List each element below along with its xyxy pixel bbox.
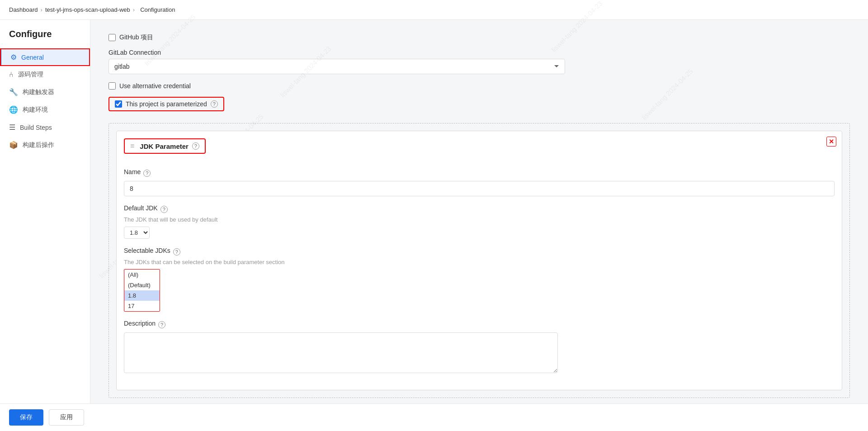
build-steps-icon: ☰	[9, 123, 15, 132]
sidebar-label-triggers: 构建触发器	[23, 88, 54, 96]
bottom-bar: 保存 应用	[0, 403, 868, 431]
jdk-option-18[interactable]: 1.8	[124, 290, 160, 301]
jdk-param-close-button[interactable]: ✕	[826, 137, 836, 147]
description-label: Description	[124, 320, 156, 327]
sidebar-label-post-build: 构建后操作	[23, 141, 54, 149]
sidebar-item-build-steps[interactable]: ☰ Build Steps	[0, 118, 90, 136]
parameterized-section: ≡ JDK Parameter ? ✕ Name ?	[108, 123, 850, 398]
post-build-icon: 📦	[9, 141, 18, 149]
gitlab-connection-group: GitLab Connection gitlab	[108, 49, 850, 74]
breadcrumb: Dashboard › test-yl-jms-ops-scan-upload-…	[0, 0, 868, 20]
main-layout: Configure ⚙ General ⑃ 源码管理 🔧 构建触发器 🌐 构建环…	[0, 20, 868, 431]
description-help-icon[interactable]: ?	[158, 321, 165, 328]
selectable-jdks-label: Selectable JDKs	[124, 247, 170, 254]
selectable-jdks-listbox: (All) (Default) 1.8 17	[124, 269, 160, 312]
sidebar-label-build-steps: Build Steps	[20, 124, 52, 131]
selectable-jdks-group: Selectable JDKs ? The JDKs that can be s…	[124, 247, 835, 312]
default-jdk-select[interactable]: 1.8 17	[124, 227, 150, 239]
name-help-icon[interactable]: ?	[143, 170, 151, 177]
github-checkbox[interactable]	[108, 34, 116, 41]
breadcrumb-sep-2: ›	[133, 6, 135, 13]
default-jdk-label-row: Default JDK ?	[124, 204, 835, 214]
selectable-jdks-hint: The JDKs that can be selected on the bui…	[124, 259, 835, 265]
sidebar-label-env: 构建环境	[23, 106, 48, 114]
name-field-label: Name	[124, 168, 141, 175]
alt-credential-label[interactable]: Use alternative credential	[119, 82, 191, 90]
sidebar-item-source[interactable]: ⑃ 源码管理	[0, 66, 90, 83]
sidebar-item-post-build[interactable]: 📦 构建后操作	[0, 136, 90, 154]
default-jdk-group: Default JDK ? The JDK that will be used …	[124, 204, 835, 239]
jdk-option-default[interactable]: (Default)	[124, 280, 160, 290]
general-icon: ⚙	[10, 53, 17, 62]
jdk-option-all[interactable]: (All)	[124, 270, 160, 280]
save-button[interactable]: 保存	[9, 409, 43, 426]
breadcrumb-sep-1: ›	[41, 6, 42, 13]
github-label[interactable]: GitHub 项目	[119, 33, 153, 42]
gitlab-connection-select[interactable]: gitlab	[108, 59, 565, 74]
name-input[interactable]	[124, 181, 835, 196]
breadcrumb-dashboard[interactable]: Dashboard	[9, 6, 38, 13]
env-icon: 🌐	[9, 105, 18, 114]
parameterized-row: This project is parameterized ?	[108, 97, 224, 111]
sidebar-item-triggers[interactable]: 🔧 构建触发器	[0, 83, 90, 101]
breadcrumb-project[interactable]: test-yl-jms-ops-scan-upload-web	[45, 6, 130, 13]
github-row: GitHub 项目	[108, 33, 850, 42]
parameterized-label[interactable]: This project is parameterized	[126, 100, 207, 108]
description-label-row: Description ?	[124, 320, 835, 330]
parameterized-checkbox[interactable]	[115, 100, 122, 108]
triggers-icon: 🔧	[9, 88, 18, 96]
name-field-group: Name ?	[124, 168, 835, 196]
selectable-jdks-help-icon[interactable]: ?	[173, 248, 180, 256]
description-textarea[interactable]	[124, 332, 558, 373]
jdk-param-card: ≡ JDK Parameter ? ✕ Name ?	[116, 131, 842, 390]
gitlab-connection-label: GitLab Connection	[108, 49, 850, 56]
sidebar-title: Configure	[0, 29, 90, 48]
jdk-param-help-icon[interactable]: ?	[192, 142, 199, 150]
sidebar-item-general[interactable]: ⚙ General	[0, 48, 90, 66]
jdk-param-title: JDK Parameter	[140, 142, 189, 150]
breadcrumb-current: Configuration	[140, 6, 175, 13]
alt-credential-row: Use alternative credential	[108, 82, 850, 90]
alt-credential-checkbox[interactable]	[108, 82, 116, 90]
default-jdk-help-icon[interactable]: ?	[160, 206, 168, 213]
jdk-param-header-row: ≡ JDK Parameter ?	[124, 138, 835, 161]
selectable-jdks-label-row: Selectable JDKs ?	[124, 247, 835, 257]
apply-button[interactable]: 应用	[49, 409, 84, 426]
content-area: GitHub 项目 GitLab Connection gitlab Use a…	[90, 20, 868, 431]
source-icon: ⑃	[9, 71, 14, 79]
name-label-row: Name ?	[124, 168, 835, 178]
jdk-param-header: ≡ JDK Parameter ?	[124, 138, 206, 154]
sidebar-item-env[interactable]: 🌐 构建环境	[0, 101, 90, 118]
parameterized-help-icon[interactable]: ?	[211, 100, 218, 108]
sidebar: Configure ⚙ General ⑃ 源码管理 🔧 构建触发器 🌐 构建环…	[0, 20, 90, 431]
default-jdk-label: Default JDK	[124, 204, 158, 212]
drag-handle-icon: ≡	[130, 142, 134, 150]
default-jdk-hint: The JDK that will be used by default	[124, 216, 835, 223]
sidebar-label-general: General	[21, 54, 44, 61]
sidebar-label-source: 源码管理	[18, 71, 43, 79]
description-group: Description ?	[124, 320, 835, 374]
jdk-option-17[interactable]: 17	[124, 301, 160, 311]
